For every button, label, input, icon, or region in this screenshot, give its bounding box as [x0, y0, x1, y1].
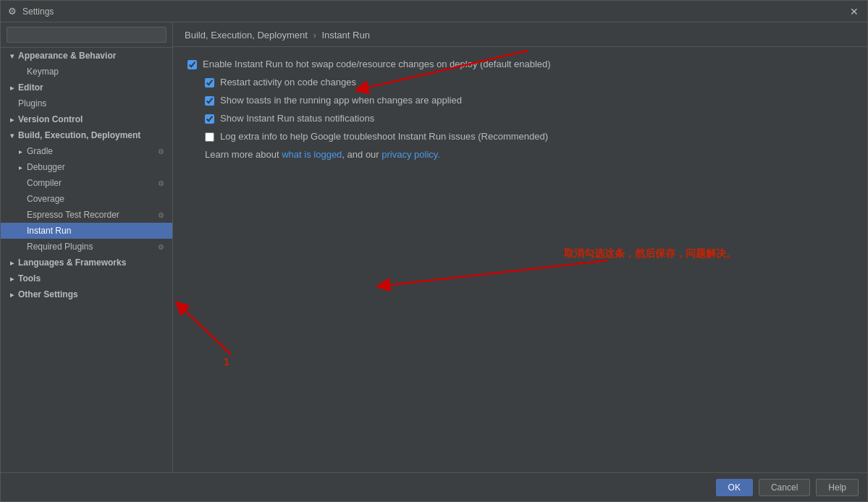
settings-small-icon: ⚙	[158, 179, 167, 187]
toasts-checkbox[interactable]	[205, 96, 214, 106]
expand-arrow	[7, 273, 17, 284]
titlebar: ⚙ Settings ✕	[1, 1, 867, 22]
learn-more-section: Learn more about what is logged, and our…	[205, 149, 853, 160]
restart-checkbox-label: Restart activity on code changes	[220, 77, 356, 88]
sub-option-log: Log extra info to help Google troublesho…	[205, 131, 853, 142]
sidebar-item-label: Editor	[18, 82, 43, 93]
log-checkbox-label: Log extra info to help Google troublesho…	[220, 131, 548, 142]
sidebar-item-instant-run[interactable]: Instant Run	[1, 223, 172, 239]
breadcrumb-separator: ›	[313, 30, 316, 41]
expand-arrow	[15, 210, 25, 220]
settings-window: ⚙ Settings ✕ Appearance & Behavior Keyma…	[0, 0, 868, 502]
sidebar-item-label: Instant Run	[27, 226, 71, 236]
settings-small-icon: ⚙	[158, 210, 167, 219]
sub-option-status: Show Instant Run status notifications	[205, 113, 853, 124]
sidebar-item-appearance[interactable]: Appearance & Behavior	[1, 48, 172, 64]
expand-arrow	[15, 162, 25, 172]
expand-arrow	[7, 130, 17, 140]
breadcrumb-current: Instant Run	[321, 30, 370, 41]
svg-text:取消勾选这条，然后保存，问题解决。: 取消勾选这条，然后保存，问题解决。	[564, 247, 736, 259]
settings-small-icon: ⚙	[158, 242, 167, 251]
sidebar-item-required-plugins[interactable]: Required Plugins ⚙	[1, 239, 172, 255]
expand-arrow	[7, 258, 17, 268]
expand-arrow	[7, 114, 17, 124]
help-button[interactable]: Help	[816, 479, 859, 496]
settings-icon: ⚙	[7, 6, 18, 17]
sidebar: Appearance & Behavior Keymap Editor Plug…	[1, 22, 173, 472]
sidebar-item-espresso[interactable]: Espresso Test Recorder ⚙	[1, 207, 172, 223]
expand-arrow	[7, 98, 17, 109]
sidebar-item-compiler[interactable]: Compiler ⚙	[1, 175, 172, 191]
restart-checkbox[interactable]	[205, 78, 214, 88]
window-title: Settings	[22, 7, 54, 17]
main-option-row: Enable Instant Run to hot swap code/reso…	[187, 59, 853, 69]
sidebar-item-tools[interactable]: Tools	[1, 271, 172, 286]
what-is-logged-link[interactable]: what is logged	[282, 149, 342, 160]
privacy-policy-link[interactable]: privacy policy.	[382, 149, 440, 160]
sidebar-item-keymap[interactable]: Keymap	[1, 64, 172, 80]
close-button[interactable]: ✕	[847, 4, 861, 19]
sidebar-item-label: Required Plugins	[27, 242, 93, 252]
sidebar-item-label: Espresso Test Recorder	[27, 210, 119, 220]
learn-more-middle: , and our	[342, 149, 382, 160]
cancel-button[interactable]: Cancel	[759, 479, 810, 496]
sidebar-item-label: Languages & Frameworks	[18, 258, 126, 268]
sidebar-item-label: Plugins	[18, 98, 46, 109]
expand-arrow	[15, 146, 25, 156]
ok-button[interactable]: OK	[716, 479, 753, 496]
sidebar-item-label: Gradle	[27, 146, 53, 156]
expand-arrow	[15, 67, 25, 77]
sidebar-item-editor[interactable]: Editor	[1, 80, 172, 95]
main-checkbox[interactable]	[187, 60, 197, 69]
breadcrumb: Build, Execution, Deployment › Instant R…	[185, 30, 370, 41]
expand-arrow	[7, 82, 17, 93]
sub-option-restart: Restart activity on code changes	[205, 77, 853, 88]
expand-arrow	[15, 178, 25, 188]
sub-options: Restart activity on code changes Show to…	[205, 77, 853, 142]
content-area: Build, Execution, Deployment › Instant R…	[173, 22, 867, 472]
sidebar-item-label: Build, Execution, Deployment	[18, 130, 140, 140]
sidebar-item-label: Debugger	[27, 162, 65, 172]
expand-arrow	[15, 194, 25, 204]
sidebar-item-other-settings[interactable]: Other Settings	[1, 286, 172, 302]
sidebar-item-debugger[interactable]: Debugger	[1, 159, 172, 175]
sidebar-item-languages[interactable]: Languages & Frameworks	[1, 255, 172, 271]
search-input[interactable]	[7, 27, 167, 43]
toasts-checkbox-label: Show toasts in the running app when chan…	[220, 95, 462, 106]
log-checkbox[interactable]	[205, 132, 214, 142]
sidebar-item-label: Keymap	[27, 67, 59, 77]
sidebar-item-label: Version Control	[18, 114, 83, 124]
expand-arrow	[7, 289, 17, 299]
main-checkbox-label: Enable Instant Run to hot swap code/reso…	[203, 59, 551, 69]
expand-arrow	[15, 242, 25, 252]
sidebar-item-label: Other Settings	[18, 289, 78, 299]
breadcrumb-parent: Build, Execution, Deployment	[185, 30, 308, 41]
sidebar-item-label: Appearance & Behavior	[18, 51, 116, 61]
content-body: Enable Instant Run to hot swap code/reso…	[173, 47, 867, 472]
svg-text:1: 1	[224, 356, 229, 367]
footer: OK Cancel Help	[1, 472, 867, 501]
learn-more-prefix: Learn more about	[205, 149, 282, 160]
sub-option-toasts: Show toasts in the running app when chan…	[205, 95, 853, 106]
expand-arrow	[15, 226, 25, 236]
settings-small-icon: ⚙	[158, 147, 167, 156]
expand-arrow	[7, 51, 17, 61]
nav-tree: Appearance & Behavior Keymap Editor Plug…	[1, 48, 172, 472]
sidebar-item-label: Compiler	[27, 178, 62, 188]
sidebar-item-label: Tools	[18, 273, 41, 284]
sidebar-item-version-control[interactable]: Version Control	[1, 111, 172, 127]
svg-line-2	[383, 260, 607, 286]
sidebar-item-label: Coverage	[27, 194, 64, 204]
sidebar-item-coverage[interactable]: Coverage	[1, 191, 172, 207]
status-checkbox-label: Show Instant Run status notifications	[220, 113, 374, 124]
content-header: Build, Execution, Deployment › Instant R…	[173, 22, 867, 47]
sidebar-item-build[interactable]: Build, Execution, Deployment	[1, 127, 172, 143]
status-checkbox[interactable]	[205, 114, 214, 124]
sidebar-item-gradle[interactable]: Gradle ⚙	[1, 143, 172, 159]
svg-line-4	[180, 306, 231, 354]
sidebar-item-plugins[interactable]: Plugins	[1, 95, 172, 111]
search-box	[1, 22, 172, 48]
main-area: Appearance & Behavior Keymap Editor Plug…	[1, 22, 867, 472]
